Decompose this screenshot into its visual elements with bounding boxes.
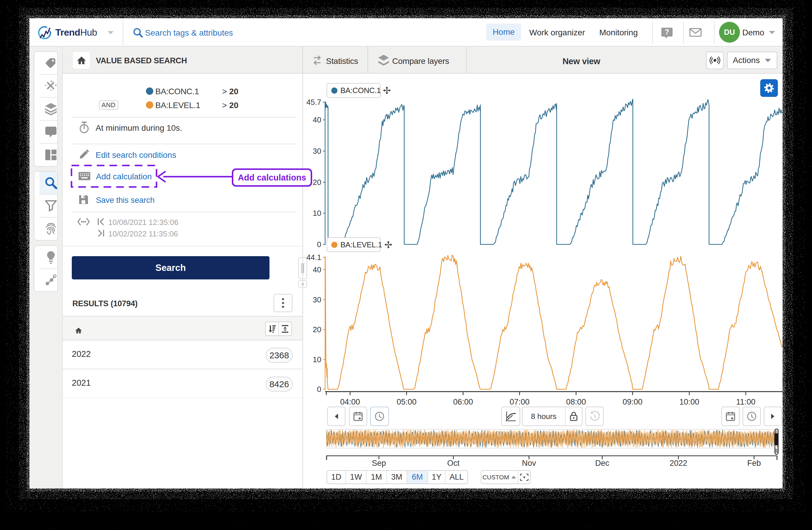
svg-text:06:00: 06:00 <box>453 398 473 406</box>
svg-text:40: 40 <box>313 265 321 274</box>
svg-text:Dec: Dec <box>595 459 609 468</box>
svg-text:−: − <box>50 87 52 93</box>
svg-text:+: + <box>50 79 53 84</box>
svg-text:Feb: Feb <box>747 459 761 468</box>
svg-text:30: 30 <box>313 295 321 304</box>
svg-text:45.7: 45.7 <box>306 98 321 107</box>
svg-text:11:00: 11:00 <box>736 398 755 406</box>
svg-text:0: 0 <box>317 240 321 249</box>
svg-text:10:00: 10:00 <box>679 398 699 406</box>
svg-text:08:00: 08:00 <box>566 398 586 406</box>
svg-text:07:00: 07:00 <box>510 398 530 406</box>
svg-text:?: ? <box>665 27 669 36</box>
svg-text:0: 0 <box>317 385 321 394</box>
svg-text:2022: 2022 <box>670 459 687 468</box>
svg-text:Oct: Oct <box>447 459 460 468</box>
svg-text:×: × <box>55 83 57 87</box>
svg-text:10: 10 <box>313 209 321 218</box>
svg-text:Nov: Nov <box>522 459 536 468</box>
svg-text:20: 20 <box>313 325 321 334</box>
svg-text:10: 10 <box>313 355 321 364</box>
svg-text:20: 20 <box>313 178 321 187</box>
svg-text:44.1: 44.1 <box>306 253 321 262</box>
svg-text:30: 30 <box>313 147 321 155</box>
svg-text:05:00: 05:00 <box>396 398 417 406</box>
svg-text:40: 40 <box>313 115 321 124</box>
svg-text:04:00: 04:00 <box>340 398 360 406</box>
svg-text:÷: ÷ <box>45 83 47 87</box>
svg-text:09:00: 09:00 <box>623 398 642 406</box>
svg-text:Sep: Sep <box>372 459 386 468</box>
